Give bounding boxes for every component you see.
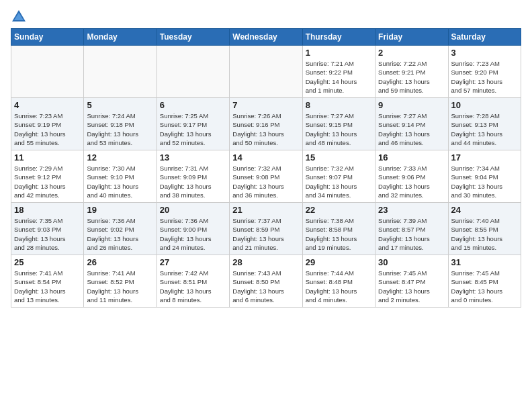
day-info: Sunrise: 7:32 AM Sunset: 9:07 PM Dayligh… xyxy=(306,164,372,199)
day-number: 19 xyxy=(87,205,153,215)
day-info: Sunrise: 7:42 AM Sunset: 8:51 PM Dayligh… xyxy=(160,269,226,304)
calendar-cell: 13Sunrise: 7:31 AM Sunset: 9:09 PM Dayli… xyxy=(157,150,229,203)
day-info: Sunrise: 7:45 AM Sunset: 8:45 PM Dayligh… xyxy=(451,269,518,304)
day-number: 10 xyxy=(451,100,518,110)
calendar-cell xyxy=(230,46,302,98)
day-info: Sunrise: 7:35 AM Sunset: 9:03 PM Dayligh… xyxy=(14,216,81,252)
calendar-cell: 7Sunrise: 7:26 AM Sunset: 9:16 PM Daylig… xyxy=(230,98,302,150)
calendar-cell: 18Sunrise: 7:35 AM Sunset: 9:03 PM Dayli… xyxy=(11,203,84,255)
day-info: Sunrise: 7:30 AM Sunset: 9:10 PM Dayligh… xyxy=(87,164,153,199)
day-info: Sunrise: 7:34 AM Sunset: 9:04 PM Dayligh… xyxy=(451,164,518,199)
day-number: 20 xyxy=(160,205,226,215)
day-number: 9 xyxy=(378,100,445,110)
day-number: 26 xyxy=(87,257,153,267)
day-info: Sunrise: 7:23 AM Sunset: 9:20 PM Dayligh… xyxy=(451,59,518,95)
calendar-cell: 14Sunrise: 7:32 AM Sunset: 9:08 PM Dayli… xyxy=(230,150,302,203)
calendar-cell: 4Sunrise: 7:23 AM Sunset: 9:19 PM Daylig… xyxy=(11,98,84,150)
day-info: Sunrise: 7:41 AM Sunset: 8:54 PM Dayligh… xyxy=(14,269,81,304)
weekday-header-saturday: Saturday xyxy=(448,29,521,46)
logo xyxy=(11,8,30,24)
day-info: Sunrise: 7:23 AM Sunset: 9:19 PM Dayligh… xyxy=(14,111,81,147)
calendar-cell xyxy=(11,46,84,98)
day-number: 28 xyxy=(232,257,299,267)
calendar-cell: 1Sunrise: 7:21 AM Sunset: 9:22 PM Daylig… xyxy=(302,46,375,98)
day-info: Sunrise: 7:29 AM Sunset: 9:12 PM Dayligh… xyxy=(14,164,81,199)
day-info: Sunrise: 7:45 AM Sunset: 8:47 PM Dayligh… xyxy=(378,269,445,304)
day-number: 24 xyxy=(451,205,518,215)
day-number: 14 xyxy=(232,152,299,163)
calendar-cell: 20Sunrise: 7:36 AM Sunset: 9:00 PM Dayli… xyxy=(157,203,229,255)
day-number: 23 xyxy=(378,205,445,215)
day-number: 22 xyxy=(306,205,372,215)
day-number: 25 xyxy=(14,257,81,267)
day-info: Sunrise: 7:25 AM Sunset: 9:17 PM Dayligh… xyxy=(160,111,226,147)
calendar-cell: 11Sunrise: 7:29 AM Sunset: 9:12 PM Dayli… xyxy=(11,150,84,203)
day-number: 12 xyxy=(87,152,153,163)
calendar-cell: 12Sunrise: 7:30 AM Sunset: 9:10 PM Dayli… xyxy=(84,150,157,203)
day-info: Sunrise: 7:38 AM Sunset: 8:58 PM Dayligh… xyxy=(306,216,372,252)
day-number: 5 xyxy=(87,100,153,110)
weekday-header-thursday: Thursday xyxy=(302,29,375,46)
day-info: Sunrise: 7:32 AM Sunset: 9:08 PM Dayligh… xyxy=(232,164,299,199)
day-number: 1 xyxy=(306,48,372,58)
day-info: Sunrise: 7:27 AM Sunset: 9:15 PM Dayligh… xyxy=(306,111,372,147)
day-number: 15 xyxy=(306,152,372,163)
weekday-header-tuesday: Tuesday xyxy=(157,29,229,46)
week-row-2: 4Sunrise: 7:23 AM Sunset: 9:19 PM Daylig… xyxy=(11,98,521,150)
calendar-cell: 30Sunrise: 7:45 AM Sunset: 8:47 PM Dayli… xyxy=(375,255,448,308)
day-info: Sunrise: 7:21 AM Sunset: 9:22 PM Dayligh… xyxy=(306,59,372,95)
calendar-cell: 19Sunrise: 7:36 AM Sunset: 9:02 PM Dayli… xyxy=(84,203,157,255)
day-info: Sunrise: 7:24 AM Sunset: 9:18 PM Dayligh… xyxy=(87,111,153,147)
week-row-3: 11Sunrise: 7:29 AM Sunset: 9:12 PM Dayli… xyxy=(11,150,521,203)
calendar-cell: 17Sunrise: 7:34 AM Sunset: 9:04 PM Dayli… xyxy=(448,150,521,203)
calendar-cell: 24Sunrise: 7:40 AM Sunset: 8:55 PM Dayli… xyxy=(448,203,521,255)
day-number: 8 xyxy=(306,100,372,110)
weekday-header-monday: Monday xyxy=(84,29,157,46)
header xyxy=(11,8,521,24)
day-number: 2 xyxy=(378,48,445,58)
day-number: 3 xyxy=(451,48,518,58)
week-row-5: 25Sunrise: 7:41 AM Sunset: 8:54 PM Dayli… xyxy=(11,255,521,308)
calendar-cell: 28Sunrise: 7:43 AM Sunset: 8:50 PM Dayli… xyxy=(230,255,302,308)
calendar-cell: 26Sunrise: 7:41 AM Sunset: 8:52 PM Dayli… xyxy=(84,255,157,308)
calendar-cell: 25Sunrise: 7:41 AM Sunset: 8:54 PM Dayli… xyxy=(11,255,84,308)
day-number: 6 xyxy=(160,100,226,110)
day-info: Sunrise: 7:39 AM Sunset: 8:57 PM Dayligh… xyxy=(378,216,445,252)
calendar-cell: 16Sunrise: 7:33 AM Sunset: 9:06 PM Dayli… xyxy=(375,150,448,203)
day-number: 13 xyxy=(160,152,226,163)
day-number: 17 xyxy=(451,152,518,163)
calendar-cell: 10Sunrise: 7:28 AM Sunset: 9:13 PM Dayli… xyxy=(448,98,521,150)
calendar-cell: 22Sunrise: 7:38 AM Sunset: 8:58 PM Dayli… xyxy=(302,203,375,255)
day-number: 11 xyxy=(14,152,81,163)
calendar-cell: 15Sunrise: 7:32 AM Sunset: 9:07 PM Dayli… xyxy=(302,150,375,203)
day-number: 21 xyxy=(232,205,299,215)
day-number: 31 xyxy=(451,257,518,267)
calendar-cell: 2Sunrise: 7:22 AM Sunset: 9:21 PM Daylig… xyxy=(375,46,448,98)
day-number: 29 xyxy=(306,257,372,267)
weekday-header-sunday: Sunday xyxy=(11,29,84,46)
day-number: 7 xyxy=(232,100,299,110)
day-number: 30 xyxy=(378,257,445,267)
calendar-cell: 5Sunrise: 7:24 AM Sunset: 9:18 PM Daylig… xyxy=(84,98,157,150)
weekday-header-friday: Friday xyxy=(375,29,448,46)
day-info: Sunrise: 7:31 AM Sunset: 9:09 PM Dayligh… xyxy=(160,164,226,199)
day-info: Sunrise: 7:43 AM Sunset: 8:50 PM Dayligh… xyxy=(232,269,299,304)
calendar-table: SundayMondayTuesdayWednesdayThursdayFrid… xyxy=(11,28,521,308)
day-number: 4 xyxy=(14,100,81,110)
calendar-cell: 3Sunrise: 7:23 AM Sunset: 9:20 PM Daylig… xyxy=(448,46,521,98)
calendar-cell xyxy=(157,46,229,98)
weekday-header-wednesday: Wednesday xyxy=(230,29,302,46)
calendar-cell: 9Sunrise: 7:27 AM Sunset: 9:14 PM Daylig… xyxy=(375,98,448,150)
calendar-cell: 29Sunrise: 7:44 AM Sunset: 8:48 PM Dayli… xyxy=(302,255,375,308)
day-number: 27 xyxy=(160,257,226,267)
day-info: Sunrise: 7:27 AM Sunset: 9:14 PM Dayligh… xyxy=(378,111,445,147)
day-number: 18 xyxy=(14,205,81,215)
calendar-cell: 6Sunrise: 7:25 AM Sunset: 9:17 PM Daylig… xyxy=(157,98,229,150)
day-info: Sunrise: 7:37 AM Sunset: 8:59 PM Dayligh… xyxy=(232,216,299,252)
calendar-cell xyxy=(84,46,157,98)
logo-icon xyxy=(11,8,27,24)
day-info: Sunrise: 7:36 AM Sunset: 9:00 PM Dayligh… xyxy=(160,216,226,252)
day-info: Sunrise: 7:36 AM Sunset: 9:02 PM Dayligh… xyxy=(87,216,153,252)
calendar-cell: 21Sunrise: 7:37 AM Sunset: 8:59 PM Dayli… xyxy=(230,203,302,255)
day-info: Sunrise: 7:41 AM Sunset: 8:52 PM Dayligh… xyxy=(87,269,153,304)
